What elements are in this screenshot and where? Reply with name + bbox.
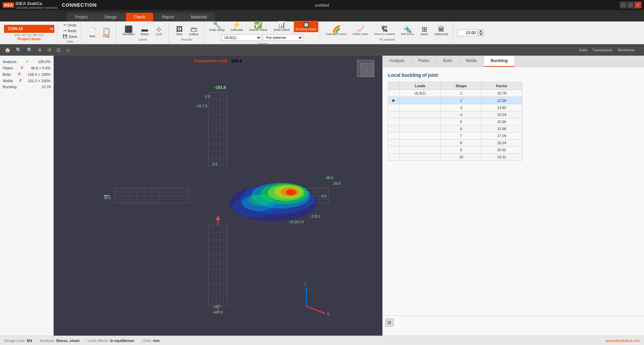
equiv-stress-icon: 🌈 (332, 26, 341, 33)
tab-analysis[interactable]: Analysis (383, 56, 412, 67)
maximize-button[interactable]: □ (627, 2, 634, 8)
tab-project[interactable]: Project (67, 13, 96, 21)
new-button[interactable]: 📄 New (86, 26, 99, 39)
tab-plates[interactable]: Plates (412, 56, 436, 67)
transparent-button[interactable]: Transparent (591, 47, 613, 53)
undo-button[interactable]: ↩ Undo (62, 22, 78, 28)
svg-line-84 (307, 306, 325, 313)
table-row[interactable]: 5 15.66 (388, 118, 522, 125)
status-bar: Design code: EN Analysis: Stress, strain… (0, 336, 644, 345)
stress-contacts-icon: 🏗 (381, 26, 388, 33)
extreme-dropdown[interactable]: For extreme (263, 34, 303, 41)
save-button[interactable]: 💾 Save (61, 34, 78, 39)
eps-label: EPS (14, 34, 20, 37)
svg-text:-36.4: -36.4 (325, 176, 333, 180)
buckling-shape-button[interactable]: 🔲 Buckling shape (294, 21, 318, 32)
table-row[interactable]: ▶ 2 12.58 (388, 97, 522, 104)
row-loads (399, 111, 441, 118)
table-row[interactable]: 7 17.09 (388, 132, 522, 139)
col-factor: Factor (481, 82, 522, 90)
loads-dropdown[interactable]: ULS(1) (221, 34, 262, 41)
pan-button[interactable]: ✛ (36, 46, 44, 54)
row-shape: 5 (441, 118, 481, 125)
gallery-button[interactable]: 🗃 Gallery (187, 24, 201, 37)
row-shape: 6 (441, 125, 481, 132)
spin-down-button[interactable]: ▼ (478, 33, 484, 36)
plates-value: 46.8 > 5.0% (31, 66, 51, 70)
table-row[interactable]: 10 19.31 (388, 154, 522, 161)
fe-analysis-group: 🌈 Equivalent stress 📈 Plastic strain 🏗 S… (321, 22, 453, 44)
tab-buckling[interactable]: Buckling (484, 56, 515, 67)
table-row[interactable]: 3 14.82 (388, 104, 522, 111)
design-code-key: Design code: (4, 339, 25, 343)
new-picture-button[interactable]: 🖼 New (173, 24, 186, 37)
3d-viewport[interactable]: Production cost - 229 € -Y (54, 56, 382, 336)
close-button[interactable]: ✕ (635, 2, 641, 8)
table-row[interactable]: 6 15.88 (388, 125, 522, 132)
units-key: Units: (142, 339, 152, 343)
overall-check-icon: ✅ (254, 21, 262, 28)
pictures-group: 🖼 New 🗃 Gallery Pictures (170, 22, 204, 44)
tab-check[interactable]: Check (126, 13, 153, 21)
col-loads: Loads (399, 82, 441, 90)
status-units: Units: mm (142, 339, 160, 343)
minimize-button[interactable]: ─ (620, 2, 627, 8)
eps-labels: EPS ST CD DR FAT (14, 34, 44, 37)
plates-button[interactable]: ▬ Plates (138, 24, 152, 37)
table-row[interactable]: 9 18.92 (388, 147, 522, 154)
filter-button[interactable]: ◇ (64, 46, 72, 54)
calculate-button[interactable]: ⚡ Calculate (228, 20, 246, 33)
code-setup-button[interactable]: 🔧 Code setup (207, 20, 227, 33)
website-link[interactable]: www.ideastatica.com (605, 339, 640, 343)
dr-label: DR (33, 34, 37, 37)
zoom-button[interactable]: 🔍 (14, 46, 23, 54)
table-row[interactable]: ULS(1) 1 10.78 (388, 90, 522, 97)
number-input[interactable]: 10.00 (458, 30, 478, 36)
welds-check-icon: ✗ (19, 78, 22, 83)
redo-button[interactable]: ↪ Redo (62, 28, 78, 34)
row-arrow-cell (388, 125, 399, 132)
expand-button[interactable]: ⊡ (385, 319, 393, 327)
search-button[interactable]: 🔍 (25, 46, 35, 54)
status-row-welds: Welds ✗ 101.3 > 100% (3, 77, 51, 84)
spin-up-button[interactable]: ▲ (478, 30, 484, 33)
lcs-button[interactable]: ⊹ LCS (152, 24, 166, 37)
title-buttons[interactable]: ─ □ ✕ (620, 2, 641, 8)
toolbar: CON-14 EPS ST CD DR FAT Project items ↩ … (0, 21, 644, 44)
solid-button[interactable]: Solid (578, 47, 588, 53)
tab-design[interactable]: Design (96, 13, 125, 21)
fit-button[interactable]: ⊡ (55, 46, 63, 54)
nav-tabs: Project Design Check Report Materials (0, 10, 644, 21)
mesh-button[interactable]: ⊞ Mesh (418, 24, 431, 37)
equivalent-stress-button[interactable]: 🌈 Equivalent stress (324, 24, 349, 37)
strain-check-button[interactable]: 📊 Strain check (271, 20, 292, 33)
copy-button[interactable]: 📋 Copy (100, 26, 113, 39)
tab-bolts[interactable]: Bolts (436, 56, 459, 67)
buckling-icon: 🔲 (303, 22, 309, 27)
overall-check-button[interactable]: ✅ Overall check (247, 20, 270, 33)
svg-marker-87 (305, 288, 308, 291)
plastic-strain-button[interactable]: 📈 Plastic strain (351, 24, 370, 37)
bolt-forces-button[interactable]: 🔩 Bolt forces (399, 24, 416, 37)
status-row-plates: Plates ✗ 46.8 > 5.0% (3, 65, 51, 71)
window-title: untitled (315, 3, 329, 8)
wireframe-button[interactable]: Wireframe (616, 47, 636, 53)
deformed-button[interactable]: 🏛 Deformed (432, 24, 450, 37)
connection-selector[interactable]: CON-14 (4, 25, 54, 33)
members-button[interactable]: ⬛ Members (120, 24, 138, 37)
plates-check-icon: ✗ (20, 66, 23, 70)
rotate-button[interactable]: ↺ (45, 46, 53, 54)
row-factor: 12.58 (481, 97, 522, 104)
tab-welds[interactable]: Welds (459, 56, 484, 67)
load-effects-value: In equilibrium (110, 339, 134, 343)
data-group: ↩ Undo ↪ Redo 💾 Save Data (59, 22, 82, 44)
cbfem-group: 🔧 Code setup ⚡ Calculate ✅ Overall check… (205, 22, 320, 44)
right-panel: Analysis Plates Bolts Welds Buckling Loc… (382, 56, 644, 336)
row-arrow-cell (388, 118, 399, 125)
table-row[interactable]: 8 18.24 (388, 139, 522, 147)
table-row[interactable]: 4 15.04 (388, 111, 522, 118)
status-row-analysis: Analysis ✓ 100.0% (3, 58, 51, 65)
stress-contacts-button[interactable]: 🏗 Stress in contacts (372, 24, 397, 37)
home-view-button[interactable]: 🏠 (3, 46, 12, 54)
tab-report[interactable]: Report (154, 13, 182, 21)
